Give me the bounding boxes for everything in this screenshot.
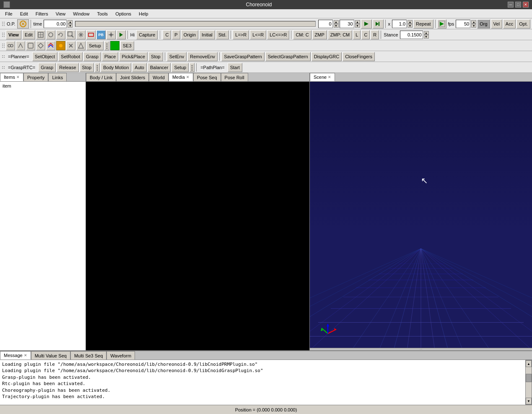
balancer-button[interactable]: Balancer — [148, 63, 171, 72]
scene-resize-handle[interactable]: ··· — [310, 348, 532, 350]
item-entry[interactable]: item — [1, 83, 85, 89]
close-button[interactable]: ✕ — [523, 2, 529, 8]
scroll-down-btn[interactable]: ▼ — [526, 398, 532, 404]
tab-body-link[interactable]: Body / Link — [86, 73, 116, 81]
time-input[interactable] — [44, 20, 67, 28]
message-scrollbar[interactable]: ▲ ▼ — [525, 360, 532, 405]
scroll-thumb[interactable] — [526, 374, 532, 382]
fps-input[interactable] — [456, 20, 470, 28]
frame-start-spinner[interactable]: ▲ ▼ — [334, 20, 339, 28]
frame-end-up[interactable]: ▲ — [355, 20, 360, 24]
fps-up[interactable]: ▲ — [471, 20, 476, 24]
stop2-dots-icon[interactable] — [95, 63, 100, 72]
stance-input[interactable] — [400, 31, 423, 39]
pick-place-button[interactable]: Pick&Place — [119, 52, 148, 61]
c2-button[interactable]: C — [361, 30, 370, 39]
menu-tools[interactable]: Tools — [93, 10, 111, 17]
tb3-icon5[interactable] — [46, 41, 55, 50]
body-motion-button[interactable]: Body Motion — [101, 63, 131, 72]
tb3-icon3[interactable] — [26, 41, 35, 50]
speed-spinner[interactable]: ▲ ▼ — [407, 20, 413, 28]
capture-button[interactable]: Capture — [136, 30, 158, 39]
select-icon-btn[interactable] — [46, 30, 55, 39]
arrow-icon-btn[interactable] — [117, 30, 126, 39]
set-robot-button[interactable]: SetRobot — [58, 52, 83, 61]
zmp-cm-button[interactable]: ZMP: CM — [328, 30, 352, 39]
edit-button[interactable]: Edit — [22, 30, 35, 39]
frame-end-spinner[interactable]: ▲ ▼ — [355, 20, 360, 28]
acc-button[interactable]: Acc — [503, 19, 516, 28]
c-button[interactable]: C — [163, 30, 171, 39]
pb-btn[interactable]: PB — [96, 30, 106, 39]
speed-down[interactable]: ▼ — [407, 24, 413, 28]
tab-media[interactable]: Media ✕ — [169, 73, 193, 81]
lr-button[interactable]: L=>R — [233, 30, 249, 39]
start-button[interactable]: Start — [228, 63, 242, 72]
tb3-icon8[interactable] — [76, 41, 86, 50]
tab-joint-sliders[interactable]: Joint Sliders — [116, 73, 149, 81]
opt-button[interactable]: Opt. — [516, 19, 530, 28]
frame-end-input[interactable] — [340, 20, 354, 28]
op-icon-button[interactable] — [17, 19, 29, 28]
p-button[interactable]: P — [172, 30, 180, 39]
set-object-button[interactable]: SetObject — [32, 52, 57, 61]
minimize-button[interactable]: ─ — [508, 2, 514, 8]
menu-view[interactable]: View — [52, 10, 69, 17]
scroll-up-btn[interactable]: ▲ — [526, 360, 532, 367]
time-spin-up[interactable]: ▲ — [67, 20, 73, 24]
grasp2-button[interactable]: Grasp — [38, 63, 56, 72]
pan-icon-btn[interactable] — [76, 30, 86, 39]
time-spin-down[interactable]: ▼ — [67, 24, 73, 28]
stop2-button[interactable]: Stop — [80, 63, 94, 72]
rotate-icon-btn[interactable] — [56, 30, 65, 39]
tab-items-close[interactable]: ✕ — [16, 75, 20, 79]
close-fingers-button[interactable]: CloseFingers — [343, 52, 375, 61]
save-grasp-button[interactable]: SaveGraspPattern — [221, 52, 265, 61]
scene-view[interactable]: ↖ ··· — [310, 82, 532, 350]
tab-pose-roll[interactable]: Pose Roll — [221, 73, 248, 81]
vel-button[interactable]: Vel — [491, 19, 502, 28]
tab-message-close[interactable]: ✕ — [24, 353, 27, 357]
tab-world[interactable]: World — [149, 73, 169, 81]
fps-down[interactable]: ▼ — [471, 24, 476, 28]
stance-down[interactable]: ▼ — [424, 35, 429, 39]
play-forward-button[interactable] — [361, 19, 372, 28]
move-icon-btn[interactable] — [36, 30, 45, 39]
record-icon-button[interactable] — [437, 19, 446, 28]
org-button[interactable]: Org — [477, 19, 490, 28]
select-grasp-button[interactable]: SelectGraspPattern — [265, 52, 311, 61]
tab-items[interactable]: Items ✕ — [0, 73, 23, 81]
menu-file[interactable]: File — [2, 10, 16, 17]
speed-up[interactable]: ▲ — [407, 20, 413, 24]
l-button[interactable]: L — [353, 30, 361, 39]
tab-pose-seq[interactable]: Pose Seq — [193, 73, 221, 81]
stance-up[interactable]: ▲ — [424, 31, 429, 35]
release-button[interactable]: Release — [57, 63, 78, 72]
stop-button[interactable]: Stop — [148, 52, 163, 61]
menu-help[interactable]: Help — [135, 10, 152, 17]
rl-button[interactable]: L<=R — [250, 30, 266, 39]
setup2-dots-icon[interactable] — [189, 63, 195, 72]
display-grc-button[interactable]: DisplayGRC — [311, 52, 342, 61]
std-button[interactable]: Std. — [216, 30, 229, 39]
view-button[interactable]: View — [6, 30, 21, 39]
cm-c-button[interactable]: CM: C — [293, 30, 311, 39]
frame-end-down[interactable]: ▼ — [355, 24, 360, 28]
play-forward2-button[interactable] — [373, 19, 384, 28]
menu-filters[interactable]: Filters — [32, 10, 52, 17]
stance-spinner[interactable]: ▲ ▼ — [424, 31, 429, 39]
r-button[interactable]: R — [371, 30, 379, 39]
tab-scene-close[interactable]: ✕ — [328, 75, 331, 79]
set-env-button[interactable]: SetEnv — [167, 52, 187, 61]
tab-multi-value-seq[interactable]: Multi Value Seq — [31, 351, 70, 360]
record-button[interactable] — [110, 41, 119, 50]
menu-edit[interactable]: Edit — [17, 10, 31, 17]
origin-button[interactable]: Origin — [181, 30, 198, 39]
speed-input[interactable] — [392, 20, 407, 28]
setup2-button[interactable]: Setup — [171, 63, 189, 72]
menu-window[interactable]: Window — [70, 10, 93, 17]
setup-dots-icon[interactable] — [104, 41, 109, 50]
repeat-button[interactable]: Repeat — [413, 19, 433, 28]
tab-links[interactable]: Links — [48, 73, 67, 81]
time-spinner[interactable]: ▲ ▼ — [67, 20, 73, 28]
